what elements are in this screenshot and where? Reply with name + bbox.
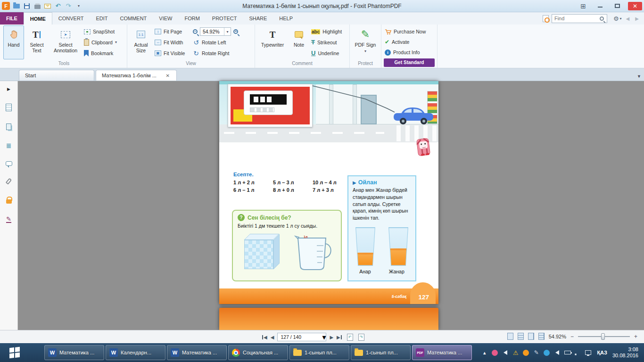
- warning-icon[interactable]: ⚠: [512, 349, 519, 356]
- underline-button[interactable]: U Underline: [311, 49, 346, 58]
- fit-page-button[interactable]: ↕ Fit Page: [155, 27, 190, 36]
- tab-home[interactable]: HOME: [24, 12, 52, 25]
- zoom-combo[interactable]: 54.92% ▾: [200, 27, 231, 36]
- facing-continuous-view-icon[interactable]: [538, 333, 545, 340]
- fit-width-button[interactable]: ↔ Fit Width: [155, 38, 190, 47]
- app-logo-icon[interactable]: F: [2, 2, 10, 10]
- expand-panel-icon[interactable]: ▶: [7, 87, 10, 91]
- minimize-button[interactable]: [594, 2, 606, 10]
- tab-convert[interactable]: CONVERT: [52, 12, 90, 25]
- activate-button[interactable]: ✔ Activate: [385, 37, 434, 47]
- comments-panel-icon[interactable]: [6, 161, 12, 166]
- purchase-now-button[interactable]: Purchase Now: [385, 27, 434, 36]
- note-button[interactable]: Note: [289, 25, 309, 59]
- rotate-left-button[interactable]: ↺ Rotate Left: [193, 38, 251, 47]
- select-text-button[interactable]: T| Select Text: [25, 25, 48, 59]
- find-options-button[interactable]: ⚙▾: [613, 15, 622, 22]
- tab-file[interactable]: FILE: [0, 12, 24, 25]
- fit-visible-button[interactable]: ▣ Fit Visible: [155, 49, 190, 58]
- tab-start-page[interactable]: Start: [19, 70, 94, 81]
- hidden-icons-button[interactable]: ▴: [481, 349, 488, 356]
- page-number-combo[interactable]: 127 / 140 ▾: [277, 333, 326, 341]
- rotate-right-button[interactable]: ↻ Rotate Right: [193, 49, 251, 58]
- taskbar-item-chrome[interactable]: Социальная ...: [228, 345, 288, 360]
- maximize-button[interactable]: [611, 2, 623, 10]
- email-button[interactable]: [44, 2, 51, 10]
- single-page-view-icon[interactable]: [507, 333, 513, 340]
- ui-options-grid-button[interactable]: ⊞: [577, 2, 589, 10]
- open-button[interactable]: [13, 2, 20, 10]
- zoom-slider[interactable]: [578, 333, 630, 340]
- attachments-icon[interactable]: [6, 178, 12, 184]
- print-button[interactable]: [33, 2, 41, 10]
- battery-icon[interactable]: [564, 349, 571, 356]
- last-page-button[interactable]: ▶: [337, 335, 342, 340]
- tab-view[interactable]: VIEW: [153, 12, 178, 25]
- bookmarks-panel-icon[interactable]: [6, 123, 11, 130]
- pen-tray-icon[interactable]: ✎: [533, 349, 540, 356]
- bookmark-button[interactable]: Bookmark: [84, 49, 124, 58]
- product-info-button[interactable]: i Product Info: [385, 48, 434, 57]
- get-standard-group-label[interactable]: Get Standard: [384, 58, 435, 67]
- tray-app-blue-icon[interactable]: [543, 349, 550, 356]
- redo-button[interactable]: ↷: [65, 2, 72, 10]
- zoom-in-button[interactable]: +: [634, 333, 637, 340]
- sound-icon[interactable]: [553, 349, 561, 356]
- taskbar-item-word-3[interactable]: W Математика ...: [167, 345, 227, 360]
- close-tab-icon[interactable]: ✕: [165, 73, 171, 78]
- slider-handle[interactable]: [601, 333, 605, 340]
- search-icon[interactable]: [600, 16, 604, 21]
- next-view-button[interactable]: ↷: [358, 334, 364, 341]
- tray-app-pink-icon[interactable]: [491, 349, 498, 356]
- tab-active-document[interactable]: Математика 1-бөлім ... ✕: [96, 70, 177, 81]
- save-button[interactable]: [23, 2, 31, 10]
- snapshot-button[interactable]: SnapShot: [84, 27, 124, 36]
- taskbar-item-foxit-active[interactable]: PDF Математика ...: [412, 345, 472, 360]
- actual-size-button[interactable]: 1:1 Actual Size: [130, 25, 152, 59]
- taskbar-item-word-1[interactable]: W Математика ...: [44, 345, 104, 360]
- highlight-button[interactable]: abc Highlight: [311, 27, 346, 36]
- find-in-document-icon[interactable]: [543, 15, 549, 22]
- tab-comment[interactable]: COMMENT: [114, 12, 153, 25]
- tab-edit[interactable]: EDIT: [90, 12, 114, 25]
- select-annotation-button[interactable]: ➤ Select Annotation: [50, 25, 82, 59]
- first-page-button[interactable]: ◀: [262, 335, 267, 340]
- previous-view-button[interactable]: ↶: [347, 334, 353, 341]
- zoom-in-icon[interactable]: +: [233, 29, 238, 34]
- signature-icon[interactable]: ✎: [6, 216, 11, 223]
- find-previous-button[interactable]: ◀: [625, 16, 631, 21]
- quick-access-dropdown[interactable]: ▾: [75, 2, 83, 10]
- signal-icon[interactable]: [574, 349, 581, 356]
- undo-button[interactable]: ↶: [54, 2, 62, 10]
- zoom-out-icon[interactable]: −: [193, 29, 198, 34]
- typewriter-button[interactable]: T Typewriter: [257, 25, 288, 59]
- hand-tool-button[interactable]: Hand: [3, 25, 24, 59]
- clipboard-button[interactable]: Clipboard ▾: [84, 38, 124, 47]
- taskbar-item-folder-1[interactable]: 1-сынып пл...: [289, 345, 349, 360]
- taskbar-item-word-2[interactable]: W Календарн...: [106, 345, 165, 360]
- strikeout-button[interactable]: T Strikeout: [311, 38, 346, 47]
- layers-icon[interactable]: ≣: [6, 142, 12, 149]
- previous-page-button[interactable]: ◀: [271, 335, 274, 340]
- clock[interactable]: 3:08 30.08.2016: [612, 346, 641, 359]
- taskbar-item-folder-2[interactable]: 1-сынып пл...: [351, 345, 411, 360]
- find-input[interactable]: [552, 14, 607, 23]
- facing-view-icon[interactable]: [528, 333, 534, 340]
- tab-protect[interactable]: PROTECT: [206, 12, 243, 25]
- page-thumbnails-icon[interactable]: [6, 104, 12, 111]
- language-indicator[interactable]: ҚАЗ: [595, 350, 609, 355]
- find-next-button[interactable]: ▶: [634, 16, 640, 21]
- chevron-down-icon[interactable]: ▾: [224, 28, 231, 35]
- tab-list-dropdown[interactable]: ▼: [637, 74, 641, 79]
- start-button[interactable]: [0, 343, 29, 362]
- next-page-button[interactable]: ▶: [330, 335, 333, 340]
- zoom-out-button[interactable]: −: [570, 333, 574, 340]
- security-icon[interactable]: [6, 199, 12, 204]
- network-icon[interactable]: [585, 349, 592, 356]
- tab-share[interactable]: SHARE: [243, 12, 273, 25]
- continuous-view-icon[interactable]: [518, 333, 524, 340]
- tray-app-orange-icon[interactable]: [522, 349, 529, 356]
- close-button[interactable]: ✕: [628, 2, 642, 10]
- tab-form[interactable]: FORM: [178, 12, 206, 25]
- chevron-down-icon[interactable]: ▾: [322, 333, 326, 342]
